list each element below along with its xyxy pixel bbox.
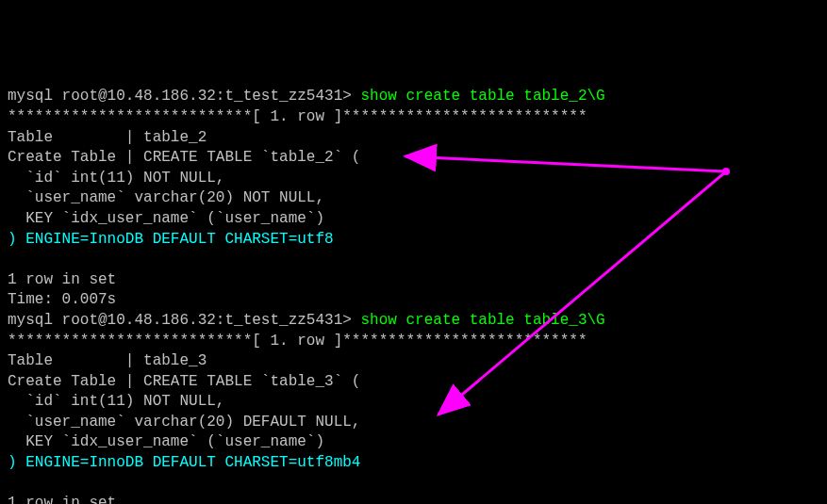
prompt: mysql root@10.48.186.32:t_test_zz5431> — [8, 312, 360, 329]
create-table-line: KEY `idx_user_name` (`user_name`) — [8, 210, 324, 227]
rows-in-set: 1 row in set — [8, 271, 116, 288]
row-separator: ***************************[ 1. row ]***… — [8, 333, 587, 350]
row-separator: ***************************[ 1. row ]***… — [8, 108, 587, 125]
table-row-line: Table | table_3 — [8, 352, 207, 369]
table-row-line: Table | table_2 — [8, 129, 207, 146]
create-table-line: `id` int(11) NOT NULL, — [8, 170, 224, 187]
prompt: mysql root@10.48.186.32:t_test_zz5431> — [8, 88, 360, 105]
rows-in-set: 1 row in set — [8, 495, 116, 504]
time-line: Time: 0.007s — [8, 291, 116, 308]
create-table-line: KEY `idx_user_name` (`user_name`) — [8, 433, 324, 450]
engine-charset-line-utf8mb4: ) ENGINE=InnoDB DEFAULT CHARSET=utf8mb4 — [8, 454, 360, 471]
create-table-line: `id` int(11) NOT NULL, — [8, 393, 224, 410]
create-table-line: Create Table | CREATE TABLE `table_2` ( — [8, 149, 360, 166]
engine-charset-line-utf8: ) ENGINE=InnoDB DEFAULT CHARSET=utf8 — [8, 231, 334, 248]
terminal-output: mysql root@10.48.186.32:t_test_zz5431> s… — [8, 87, 819, 504]
create-table-line: Create Table | CREATE TABLE `table_3` ( — [8, 373, 360, 390]
create-table-line: `user_name` varchar(20) DEFAULT NULL, — [8, 414, 360, 431]
create-table-line: `user_name` varchar(20) NOT NULL, — [8, 189, 324, 206]
sql-command-1: show create table table_2\G — [360, 88, 604, 105]
sql-command-2: show create table table_3\G — [360, 312, 604, 329]
